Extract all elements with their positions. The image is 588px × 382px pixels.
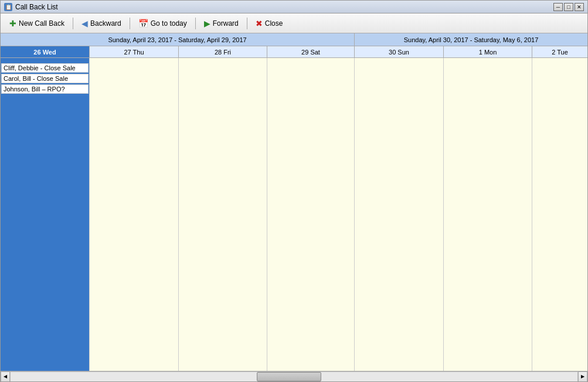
new-call-back-label: New Call Back: [19, 19, 64, 28]
new-call-back-icon: ✚: [9, 19, 16, 28]
day-header-tue2-label: 2 Tue: [552, 49, 568, 56]
calendar-container: Sunday, April 23, 2017 - Saturday, April…: [1, 33, 587, 371]
day-header-thu27-label: 27 Thu: [124, 49, 144, 56]
thu27-top-stripe: [90, 58, 178, 63]
day-header-tue2: 2 Tue: [532, 46, 587, 57]
title-bar: 📋 Call Back List ─ □ ✕: [1, 1, 587, 13]
today-icon: 📅: [138, 19, 148, 28]
fri28-top-stripe: [179, 58, 267, 63]
main-window: 📋 Call Back List ─ □ ✕ ✚ New Call Back ◀…: [0, 0, 588, 382]
go-to-today-label: Go to today: [151, 19, 187, 28]
toolbar: ✚ New Call Back ◀ Backward 📅 Go to today…: [1, 13, 587, 33]
calendar-grid: Cliff, Debbie - Close Sale Carol, Bill -…: [1, 58, 587, 371]
day-column-tue2: [532, 58, 587, 371]
forward-button[interactable]: ▶ Forward: [199, 16, 244, 31]
day-header-mon1: 1 Mon: [444, 46, 532, 57]
close-icon: ✖: [256, 19, 263, 28]
scrollbar-thumb[interactable]: [257, 372, 321, 381]
forward-icon: ▶: [204, 19, 210, 28]
event-wed26-0[interactable]: Cliff, Debbie - Close Sale: [1, 63, 89, 73]
day-header-fri28: 28 Fri: [179, 46, 267, 57]
maximize-button[interactable]: □: [564, 3, 573, 11]
separator-1: [73, 18, 73, 29]
week1-range: Sunday, April 23, 2017 - Saturday, April…: [108, 36, 246, 43]
day-header-sun30-label: 30 Sun: [389, 49, 409, 56]
close-button[interactable]: ✖ Close: [250, 16, 288, 31]
day-column-mon1: [444, 58, 532, 371]
close-label: Close: [265, 19, 283, 28]
separator-3: [195, 18, 196, 29]
day-headers: 26 Wed 27 Thu 28 Fri 29 Sat 30 Sun: [1, 46, 587, 58]
close-window-button[interactable]: ✕: [575, 3, 584, 11]
day-header-wed26-label: 26 Wed: [33, 49, 56, 56]
week2-header: Sunday, April 30, 2017 - Saturday, May 6…: [355, 33, 587, 46]
day-header-fri28-label: 28 Fri: [215, 49, 231, 56]
scroll-right-button[interactable]: ▶: [578, 371, 587, 382]
day-header-mon1-label: 1 Mon: [479, 49, 497, 56]
minimize-button[interactable]: ─: [553, 3, 563, 11]
title-bar-left: 📋 Call Back List: [4, 3, 58, 11]
forward-label: Forward: [213, 19, 239, 28]
day-header-sat29-label: 29 Sat: [301, 49, 320, 56]
sun30-top-stripe: [355, 58, 443, 63]
backward-label: Backward: [90, 19, 121, 28]
scrollbar-container: ◀ ▶: [1, 371, 587, 381]
day-header-thu27: 27 Thu: [90, 46, 179, 57]
week2-range: Sunday, April 30, 2017 - Saturday, May 6…: [404, 36, 539, 43]
day-column-fri28: [179, 58, 267, 371]
title-bar-controls: ─ □ ✕: [553, 3, 584, 11]
mon1-top-stripe: [444, 58, 532, 63]
day-column-sun30: [355, 58, 444, 371]
wed26-top-stripe: [1, 58, 89, 63]
scroll-left-button[interactable]: ◀: [1, 371, 10, 382]
new-call-back-button[interactable]: ✚ New Call Back: [4, 16, 70, 31]
scrollbar-track[interactable]: [10, 371, 578, 382]
day-column-thu27: [90, 58, 179, 371]
backward-icon: ◀: [81, 19, 88, 28]
day-header-wed26: 26 Wed: [1, 46, 90, 57]
event-wed26-1[interactable]: Carol, Bill - Close Sale: [1, 74, 89, 83]
day-column-sat29: [267, 58, 355, 371]
separator-2: [130, 18, 130, 29]
week-headers: Sunday, April 23, 2017 - Saturday, April…: [1, 33, 587, 46]
week1-header: Sunday, April 23, 2017 - Saturday, April…: [1, 33, 355, 46]
go-to-today-button[interactable]: 📅 Go to today: [133, 16, 192, 31]
backward-button[interactable]: ◀ Backward: [76, 16, 127, 31]
tue2-top-stripe: [532, 58, 587, 63]
event-wed26-2[interactable]: Johnson, Bill – RPO?: [1, 84, 89, 94]
day-column-wed26: Cliff, Debbie - Close Sale Carol, Bill -…: [1, 58, 90, 371]
sat29-top-stripe: [267, 58, 354, 63]
day-header-sat29: 29 Sat: [267, 46, 355, 57]
window-icon: 📋: [4, 3, 12, 11]
day-header-sun30: 30 Sun: [355, 46, 444, 57]
separator-4: [247, 18, 247, 29]
window-title: Call Back List: [15, 3, 58, 11]
